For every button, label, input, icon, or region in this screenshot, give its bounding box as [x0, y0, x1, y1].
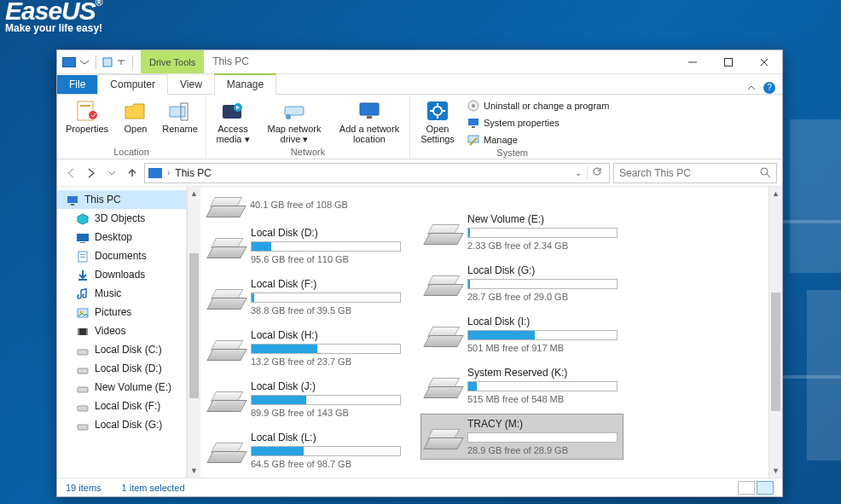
status-selection: 1 item selected [122, 483, 185, 493]
content-scrollbar[interactable]: ▲ ▼ [768, 187, 782, 478]
tab-file[interactable]: File [57, 75, 97, 94]
drive-icon [210, 437, 244, 463]
ribbon-tabs: File Computer View Manage ? [57, 74, 782, 95]
scroll-up-arrow-icon[interactable]: ▲ [190, 187, 198, 200]
contextual-tab-drive-tools[interactable]: Drive Tools [141, 50, 204, 73]
search-icon[interactable] [760, 167, 771, 178]
scrollbar-thumb[interactable] [189, 253, 199, 398]
svg-rect-22 [472, 126, 475, 128]
nav-scrollbar[interactable]: ▲ ▼ [187, 187, 200, 478]
drive-tile[interactable]: Local Disk (H:)13.2 GB free of 23.7 GB [204, 325, 407, 371]
drive-tile[interactable]: TRACY (M:)28.9 GB free of 28.9 GB [420, 414, 624, 460]
drive-tile[interactable]: Local Disk (J:)89.9 GB free of 143 GB [204, 376, 407, 422]
svg-rect-36 [78, 328, 79, 335]
nav-item-label: Local Disk (F:) [95, 400, 160, 412]
svg-rect-3 [80, 105, 90, 107]
up-button[interactable] [124, 165, 141, 182]
nav-item-documents[interactable]: Documents [57, 246, 186, 265]
tab-computer[interactable]: Computer [97, 74, 168, 95]
add-network-location-button[interactable]: Add a network location [334, 98, 404, 147]
maximize-button[interactable] [710, 50, 746, 73]
nav-item-desktop[interactable]: Desktop [57, 228, 186, 246]
scroll-down-arrow-icon[interactable]: ▼ [772, 464, 780, 478]
nav-item-label: Music [95, 287, 121, 299]
nav-item-label: Local Disk (C:) [95, 344, 162, 356]
refresh-button[interactable] [587, 166, 606, 179]
disk-icon [76, 381, 90, 393]
close-button[interactable] [746, 50, 782, 73]
nav-item-music[interactable]: Music [57, 284, 186, 303]
open-button[interactable]: Open [119, 98, 153, 147]
qat-properties-icon[interactable] [102, 57, 113, 67]
drive-tile[interactable]: Local Disk (I:)501 MB free of 917 MB [420, 311, 624, 357]
ribbon-group-network: Access media ▾ Map network drive ▾ Add a… [206, 95, 410, 159]
capacity-bar [467, 432, 618, 443]
this-pc-icon [148, 168, 162, 178]
status-bar: 19 items 1 item selected [57, 478, 782, 496]
svg-rect-9 [285, 107, 304, 115]
drive-icon [209, 192, 243, 217]
nav-item-videos[interactable]: Videos [57, 322, 186, 340]
minimize-button[interactable] [675, 50, 710, 73]
nav-item-local-disk-g-[interactable]: Local Disk (G:) [57, 415, 186, 434]
open-settings-button[interactable]: Open Settings [415, 98, 460, 148]
window-title: This PC [204, 50, 675, 73]
drive-tile[interactable]: System Reserved (K:)515 MB free of 548 M… [420, 362, 624, 408]
qat-dropdown-icon[interactable] [79, 57, 90, 67]
recent-locations-button[interactable] [103, 165, 120, 182]
drive-tile[interactable]: Local Disk (D:)95.6 GB free of 110 GB [204, 223, 407, 269]
open-folder-icon [123, 100, 148, 122]
nav-item-local-disk-c-[interactable]: Local Disk (C:) [57, 340, 186, 359]
this-pc-icon [62, 57, 76, 67]
help-icon[interactable]: ? [763, 82, 775, 94]
breadcrumb-dropdown-icon[interactable]: ⌄ [575, 168, 582, 177]
drive-tile[interactable]: Local Disk (G:)28.7 GB free of 29.0 GB [420, 260, 624, 306]
forward-button[interactable] [83, 165, 100, 182]
system-properties-button[interactable]: System properties [467, 115, 609, 130]
breadcrumb-this-pc[interactable]: This PC [175, 167, 212, 179]
doc-icon [76, 250, 90, 262]
svg-rect-41 [78, 406, 88, 411]
drive-tile[interactable]: New Volume (E:)2.33 GB free of 2.34 GB [420, 209, 624, 255]
svg-rect-39 [78, 368, 88, 374]
nav-item-local-disk-d-[interactable]: Local Disk (D:) [57, 359, 186, 378]
drive-tile[interactable]: Local Disk (L:)64.5 GB free of 98.7 GB [204, 427, 407, 473]
drive-icon [426, 322, 461, 347]
cd-icon [467, 99, 480, 113]
search-input[interactable] [619, 167, 760, 179]
nav-item-3d-objects[interactable]: 3D Objects [57, 209, 186, 228]
nav-item-this-pc[interactable]: This PC [57, 190, 186, 209]
nav-item-downloads[interactable]: Downloads [57, 265, 186, 284]
breadcrumb[interactable]: › This PC ⌄ [144, 163, 610, 183]
properties-button[interactable]: Properties [62, 98, 112, 147]
settings-gear-icon [425, 100, 450, 122]
scroll-up-arrow-icon[interactable]: ▲ [772, 187, 780, 200]
tab-view[interactable]: View [168, 75, 214, 94]
rename-button[interactable]: Rename [160, 98, 200, 147]
drive-free-text: 515 MB free of 548 MB [467, 394, 618, 404]
drive-icon [210, 233, 244, 258]
tab-manage[interactable]: Manage [214, 73, 276, 95]
map-network-drive-button[interactable]: Map network drive ▾ [261, 98, 328, 147]
content-pane[interactable]: 40.1 GB free of 108 GB Local Disk (D:)95… [200, 187, 768, 478]
back-button[interactable] [62, 165, 79, 182]
scroll-down-arrow-icon[interactable]: ▼ [190, 464, 198, 478]
collapse-ribbon-icon[interactable] [746, 83, 757, 93]
ribbon: Properties Open Rename Location [57, 95, 782, 159]
uninstall-program-button[interactable]: Uninstall or change a program [467, 98, 609, 113]
search-box[interactable] [613, 163, 777, 183]
nav-item-label: Local Disk (G:) [95, 419, 162, 431]
nav-item-pictures[interactable]: Pictures [57, 303, 186, 322]
svg-rect-30 [80, 254, 85, 255]
tiles-view-button[interactable] [757, 481, 774, 495]
navigation-pane[interactable]: This PC3D ObjectsDesktopDocumentsDownloa… [57, 187, 187, 478]
access-media-button[interactable]: Access media ▾ [212, 98, 254, 147]
nav-item-local-disk-f-[interactable]: Local Disk (F:) [57, 397, 186, 415]
nav-item-label: Documents [95, 250, 147, 262]
scrollbar-thumb[interactable] [771, 293, 780, 411]
details-view-button[interactable] [738, 481, 755, 495]
nav-item-new-volume-e-[interactable]: New Volume (E:) [57, 378, 186, 397]
qat-caret-icon[interactable] [116, 57, 126, 67]
manage-button[interactable]: Manage [467, 132, 609, 148]
drive-tile[interactable]: Local Disk (F:)38.8 GB free of 39.5 GB [204, 274, 407, 320]
